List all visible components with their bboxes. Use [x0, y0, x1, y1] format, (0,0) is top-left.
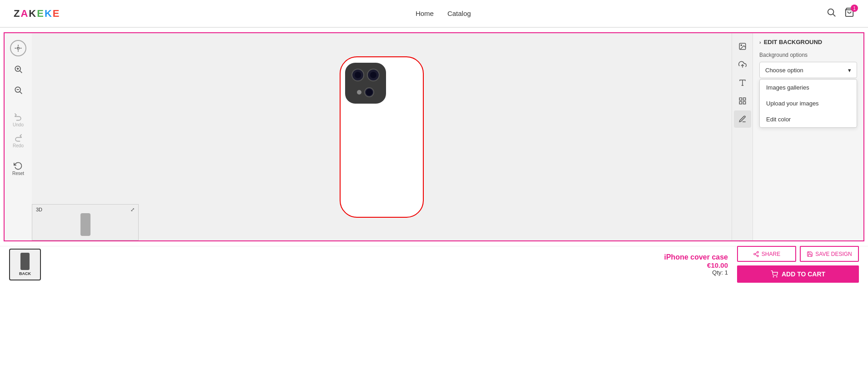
bg-options-label: Background options: [759, 52, 857, 58]
add-to-cart-button[interactable]: ADD TO CART: [737, 265, 859, 283]
sidebar-pen-btn[interactable]: [734, 110, 751, 128]
svg-point-0: [828, 9, 834, 15]
svg-point-3: [17, 47, 20, 50]
chevron-down-icon: ▾: [848, 67, 851, 74]
move-tool[interactable]: [10, 40, 26, 56]
phone-mockup: [340, 56, 424, 218]
header-icons: 1: [826, 7, 854, 20]
dropdown-item-color[interactable]: Edit color: [760, 111, 857, 127]
undo-label: Undo: [13, 122, 24, 127]
logo: ZAKEKE: [14, 8, 60, 20]
edit-background-header: › EDIT BACKGROUND: [759, 39, 857, 45]
camera-flash: [357, 90, 361, 95]
section-chevron: ›: [759, 40, 761, 45]
save-label: SAVE DESIGN: [815, 251, 852, 257]
camera-lens-1: [351, 69, 364, 81]
sidebar-gallery-btn[interactable]: [734, 92, 751, 110]
add-to-cart-label: ADD TO CART: [782, 270, 825, 278]
dropdown-container: Choose option ▾ Images galleries Upload …: [759, 62, 857, 78]
svg-line-1: [833, 14, 835, 16]
share-button[interactable]: SHARE: [737, 246, 796, 262]
nav-home[interactable]: Home: [416, 10, 434, 17]
cart-icon[interactable]: 1: [844, 7, 854, 20]
preview-phone-thumbnail: [80, 213, 90, 236]
search-icon[interactable]: [826, 7, 836, 20]
sidebar-text-btn[interactable]: [734, 74, 751, 91]
expand-icon[interactable]: ⤢: [130, 207, 135, 213]
dropdown-selected-label: Choose option: [765, 67, 803, 74]
back-thumbnail[interactable]: BACK: [9, 249, 41, 280]
sidebar-image-btn[interactable]: [734, 38, 751, 55]
camera-area: [345, 63, 386, 104]
main-nav: Home Catalog: [416, 10, 471, 17]
reset-label: Reset: [12, 171, 24, 176]
save-design-button[interactable]: SAVE DESIGN: [800, 246, 859, 262]
sidebar-icon-list: [732, 33, 753, 240]
svg-point-25: [754, 253, 756, 255]
dropdown-item-galleries[interactable]: Images galleries: [760, 80, 857, 95]
cart-badge: 1: [851, 5, 858, 12]
share-save-row: SHARE SAVE DESIGN: [737, 246, 859, 262]
bottom-actions: SHARE SAVE DESIGN ADD TO CART: [737, 246, 859, 283]
bottom-bar: BACK iPhone cover case €10.00 Qty: 1 SHA…: [0, 246, 868, 282]
svg-line-28: [755, 252, 757, 253]
redo-label: Redo: [13, 143, 24, 148]
thumbnail-phone-image: [20, 253, 30, 270]
sidebar-content: › EDIT BACKGROUND Background options Cho…: [753, 33, 863, 240]
product-qty: Qty: 1: [712, 269, 728, 276]
camera-lens-2: [367, 69, 380, 81]
sidebar-upload-btn[interactable]: [734, 56, 751, 73]
editor-wrapper: Undo Redo Reset 3D ⤢: [4, 32, 864, 241]
undo-button[interactable]: Undo: [10, 112, 26, 128]
product-name: iPhone cover case: [664, 253, 728, 261]
choose-option-dropdown[interactable]: Choose option ▾: [759, 62, 857, 78]
nav-catalog[interactable]: Catalog: [447, 10, 471, 17]
svg-point-16: [741, 45, 742, 45]
redo-button[interactable]: Redo: [10, 133, 26, 149]
dropdown-menu: Images galleries Upload your images Edit…: [759, 79, 857, 128]
svg-rect-23: [739, 102, 742, 104]
svg-rect-21: [743, 98, 745, 100]
svg-line-9: [20, 71, 22, 73]
svg-rect-22: [743, 102, 745, 104]
product-info: iPhone cover case €10.00 Qty: 1: [41, 253, 737, 276]
dropdown-item-upload[interactable]: Upload your images: [760, 95, 857, 111]
product-price: €10.00: [707, 261, 728, 269]
right-sidebar: › EDIT BACKGROUND Background options Cho…: [732, 33, 863, 240]
svg-point-26: [757, 255, 759, 257]
svg-point-30: [777, 276, 777, 277]
edit-background-title: EDIT BACKGROUND: [764, 39, 823, 45]
preview-3d-panel: 3D ⤢: [32, 204, 139, 240]
svg-line-27: [755, 254, 757, 255]
reset-button[interactable]: Reset: [10, 160, 26, 177]
preview-3d-label: 3D: [36, 207, 42, 212]
svg-line-13: [20, 92, 22, 94]
camera-lens-3: [364, 87, 374, 97]
svg-point-29: [773, 276, 773, 277]
thumbnail-label: BACK: [19, 271, 31, 276]
svg-rect-20: [739, 98, 742, 100]
left-toolbar: Undo Redo Reset: [5, 33, 32, 240]
zoom-in-button[interactable]: [10, 61, 26, 77]
share-label: SHARE: [762, 251, 780, 257]
svg-point-24: [757, 251, 759, 253]
zoom-out-button[interactable]: [10, 82, 26, 98]
canvas-area: 3D ⤢: [32, 33, 732, 240]
header: ZAKEKE Home Catalog 1: [0, 0, 868, 27]
